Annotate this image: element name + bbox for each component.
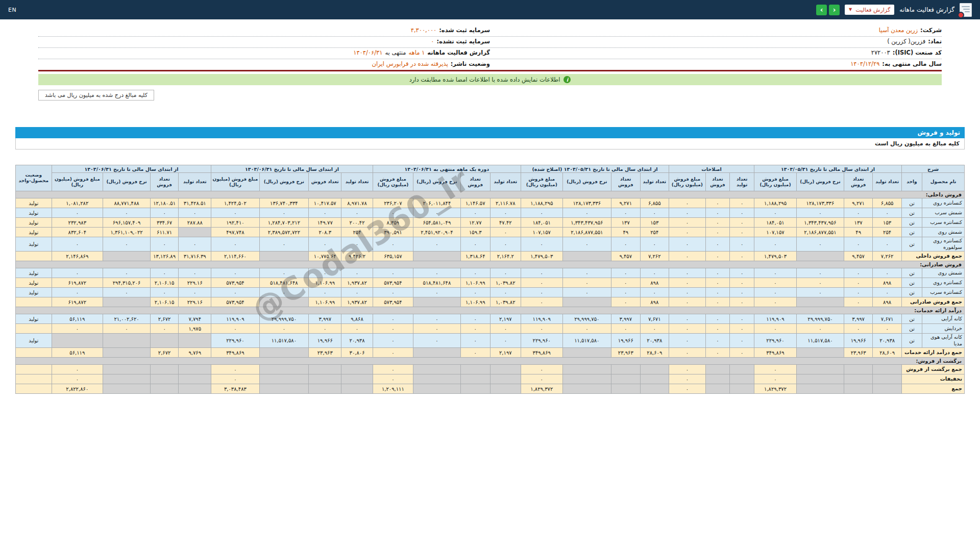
value-cell: ۰ <box>669 384 706 394</box>
value-cell: ۰ <box>669 374 706 384</box>
product-name-cell: کانه آرایی هوی مدیا <box>922 334 965 348</box>
value-cell: ۰ <box>341 324 373 334</box>
value-cell <box>413 374 460 384</box>
value-cell <box>705 374 730 384</box>
product-status-cell <box>16 374 52 384</box>
value-cell <box>413 365 460 374</box>
section-row-label: درآمد ارائه خدمات: <box>16 307 965 314</box>
logo-line-shape <box>965 11 970 12</box>
value-cell: ۹,۷۶۹ <box>179 348 211 358</box>
issuer-status-value: پذیرفته شده در فرابورس ایران <box>372 60 448 67</box>
column-header-cell: مبلغ فروش (میلیون ریال) <box>521 173 562 191</box>
report-type-dropdown[interactable]: گزارش فعالیت ▼ <box>845 5 894 15</box>
value-cell: ۳۴۹,۸۶۹ <box>754 348 797 358</box>
product-unit-cell: تن <box>901 237 922 252</box>
value-cell <box>179 228 211 237</box>
value-cell: ۰ <box>490 324 521 334</box>
value-cell <box>873 384 902 394</box>
table-row: شمش رویتن۲۵۴۴۹۲,۱۸۶,۸۷۷,۵۵۱۱۰۷,۱۵۷۰۰۰۲۵۴… <box>16 228 965 237</box>
section-row-label: فروش صادراتی: <box>16 261 965 268</box>
company-name-link[interactable]: زرین معدن آسیا <box>879 27 918 34</box>
column-group-header: از ابتدای سال مالی تا تاریخ ۱۴۰۴/۰۵/۳۱ <box>754 165 902 173</box>
value-cell: ۱۰,۴۱۷.۵۷ <box>309 198 341 208</box>
value-cell: ۱۵۳ <box>640 218 669 228</box>
value-cell: ۰ <box>669 278 706 288</box>
value-cell: ۱۰۷,۱۵۷ <box>754 228 797 237</box>
next-report-button[interactable]: › <box>829 5 840 15</box>
report-period-length: ۱ ماهه <box>408 49 425 56</box>
value-cell: ۰ <box>52 324 103 334</box>
value-cell: ۲۰,۹۳۸ <box>640 334 669 348</box>
value-cell: ۰ <box>669 218 706 228</box>
value-cell: ۰ <box>669 334 706 348</box>
value-cell: ۰ <box>211 268 259 278</box>
value-cell: ۸۳۲,۶۰۴ <box>52 228 103 237</box>
value-cell: ۰ <box>259 208 309 218</box>
value-cell <box>341 384 373 394</box>
value-cell: ۲۹۴,۳۱۵,۲۰۶ <box>103 278 151 288</box>
value-cell: ۲,۱۸۶,۸۷۷,۵۵۱ <box>797 228 844 237</box>
value-cell <box>179 374 211 384</box>
value-cell: ۰ <box>211 237 259 252</box>
value-cell <box>873 365 902 374</box>
value-cell: ۲۸,۶۰۹ <box>640 348 669 358</box>
value-cell: ۲۳۶,۲۰۷ <box>373 198 413 208</box>
value-cell: ۰ <box>844 268 873 278</box>
section-row-label: برگشت از فروش: <box>16 358 965 365</box>
value-cell: ۰ <box>521 208 562 218</box>
value-cell: ۰ <box>705 218 730 228</box>
value-cell: ۰ <box>413 314 460 324</box>
product-name-cell: جمع فروش داخلی <box>901 252 964 261</box>
value-cell: ۱,۱۰۶.۹۹ <box>460 297 490 307</box>
product-status-cell: تولید <box>16 228 52 237</box>
value-cell: ۶۳۵,۱۵۷ <box>373 252 413 261</box>
value-cell: ۱,۰۳۹.۸۲ <box>490 278 521 288</box>
value-cell: ۰ <box>669 288 706 297</box>
column-group-header: اصلاحات <box>669 165 754 173</box>
previous-report-button[interactable]: ‹ <box>816 5 827 15</box>
value-cell <box>259 252 309 261</box>
table-row: جمع۱,۸۲۹,۳۷۲۰۱,۸۲۹,۳۷۲۱,۲۰۹,۱۱۱۳,۰۳۸,۴۸۳… <box>16 384 965 394</box>
value-cell: ۱۰۷,۱۵۷ <box>521 228 562 237</box>
value-cell: ۰ <box>490 237 521 252</box>
value-cell: ۰ <box>341 288 373 297</box>
value-cell: ۱۲.۷۷ <box>460 218 490 228</box>
value-cell: ۸,۳۵۹ <box>373 218 413 228</box>
value-cell: ۶,۸۵۵ <box>873 198 902 208</box>
value-cell: ۰ <box>259 237 309 252</box>
value-cell: ۲,۱۰۶.۱۵ <box>151 297 179 307</box>
column-header-cell: مبلغ فروش (میلیون ریال) <box>373 173 413 191</box>
value-cell: ۰ <box>705 278 730 288</box>
value-cell: ۰ <box>669 228 706 237</box>
value-cell: ۰ <box>705 252 730 261</box>
value-cell: ۰ <box>730 252 754 261</box>
value-cell: ۳۱,۴۲۸.۵۱ <box>179 198 211 208</box>
column-header-cell: تعداد فروش <box>611 173 641 191</box>
value-cell: ۰ <box>611 268 641 278</box>
product-name-cell: کنسانتره روی <box>922 278 965 288</box>
value-cell: ۰ <box>705 208 730 218</box>
product-name-cell: شمش روی <box>922 228 965 237</box>
value-cell: ۰ <box>797 288 844 297</box>
value-cell: ۰ <box>562 278 611 288</box>
value-cell <box>309 365 341 374</box>
value-cell: ۰ <box>730 324 754 334</box>
value-cell: ۰ <box>873 208 902 218</box>
value-cell: ۰ <box>669 314 706 324</box>
table-row: کنسانتره روی سولفورهتن۰۰۰۰۰۰۰۰۰۰۰۰۰۰۰۰۰۰… <box>16 237 965 252</box>
value-cell: ۰ <box>460 324 490 334</box>
codal-logo-icon[interactable] <box>960 3 972 17</box>
value-cell: ۳,۰۳۸,۴۸۳ <box>211 384 259 394</box>
value-cell: ۵۷۳,۹۵۴ <box>211 297 259 307</box>
language-toggle-en[interactable]: EN <box>8 7 16 13</box>
value-cell <box>309 384 341 394</box>
value-cell: ۰ <box>844 324 873 334</box>
value-cell: ۰ <box>211 324 259 334</box>
value-cell: ۰ <box>844 297 873 307</box>
value-cell <box>562 297 611 307</box>
value-cell <box>151 365 179 374</box>
column-header-cell: تعداد فروش <box>151 173 179 191</box>
value-cell <box>103 334 151 348</box>
value-cell <box>797 365 844 374</box>
value-cell: ۰ <box>844 237 873 252</box>
